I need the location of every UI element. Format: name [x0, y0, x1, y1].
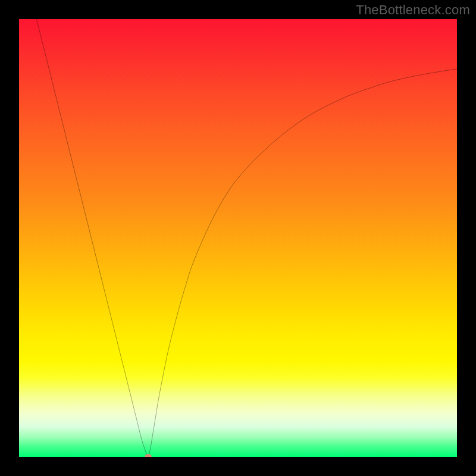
frame-left [0, 0, 19, 476]
frame-bottom [0, 457, 476, 476]
frame-right [457, 0, 476, 476]
watermark-text: TheBottleneck.com [356, 2, 470, 18]
chart-frame [0, 0, 476, 476]
